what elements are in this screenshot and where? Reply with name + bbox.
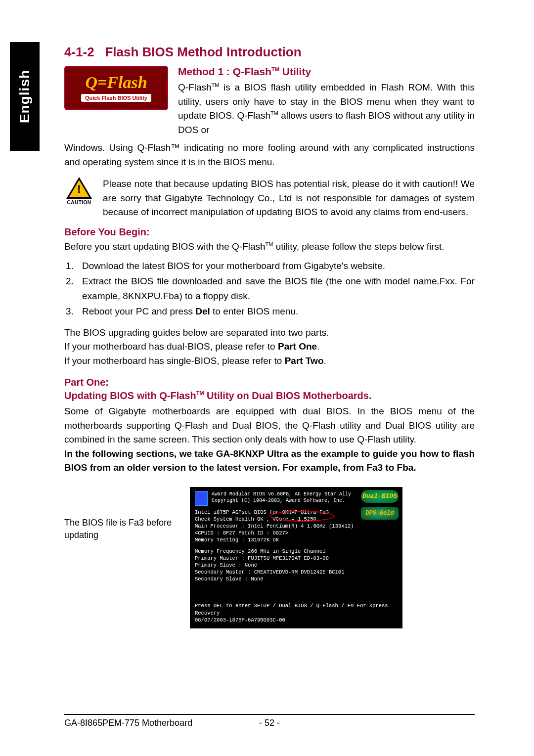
post-steps-3: If your motherboard has single-BIOS, ple… — [64, 354, 475, 368]
tm-mark: TM — [266, 241, 273, 247]
energy-star-icon — [195, 491, 208, 506]
method1-para-top: Q-FlashTM is a BIOS flash utility embedd… — [178, 81, 475, 137]
bios-line: Secondary Slave : None — [195, 576, 398, 582]
caution-label: CAUTION — [67, 200, 91, 205]
part-one-ref: Part One — [278, 341, 317, 352]
tm-mark: TM — [271, 66, 279, 72]
footer-page-number: - 52 - — [64, 718, 475, 728]
text: Q-Flash — [178, 82, 212, 92]
qflash-logo-main: Q=Flash — [85, 74, 147, 91]
tm-mark: TM — [270, 110, 278, 116]
tm-mark: TM — [196, 391, 204, 397]
method1-title: Method 1 : Q-FlashTM Utility — [178, 66, 475, 78]
steps-list: Download the latest BIOS for your mother… — [76, 259, 475, 319]
bios-line: Primary Slave : None — [195, 562, 398, 569]
bios-caption: The BIOS file is Fa3 before updating — [64, 487, 173, 541]
post-steps-1: The BIOS upgrading guides below are sepa… — [64, 326, 475, 340]
bios-line: Copyright (C) 1984-2003, Award Software,… — [212, 497, 351, 504]
section-heading: 4-1-2 Flash BIOS Method Introduction — [64, 44, 475, 60]
section-title-text: Flash BIOS Method Introduction — [105, 44, 301, 59]
part-one-heading: Part One: — [64, 377, 475, 388]
section-number: 4-1-2 — [64, 44, 94, 59]
part-one-subheading: Updating BIOS with Q-FlashTM Utility on … — [64, 390, 475, 401]
bios-line: Memory Testing : 131072K OK — [195, 536, 398, 543]
text: Updating BIOS with Q-Flash — [64, 390, 196, 401]
language-tab-label: English — [17, 70, 33, 123]
page-footer: GA-8I865PEM-775 Motherboard - 52 - — [64, 714, 475, 728]
language-tab: English — [10, 42, 40, 151]
text: utility, please follow the steps below f… — [273, 241, 444, 252]
method1-title-prefix: Method 1 : Q-Flash — [178, 66, 271, 77]
text: Utility on Dual BIOS Motherboards. — [204, 390, 372, 401]
method1-para-bottom: Windows. Using Q-Flash™ indicating no mo… — [64, 141, 475, 169]
bios-line: Main Processor : Intel Pentium(R) 4 1.6G… — [195, 523, 398, 530]
part-one-bold-note: In the following sections, we take GA-8K… — [64, 447, 475, 475]
bios-line: <CPUID : 0F27 Patch ID : 0027> — [195, 530, 398, 536]
text: If your motherboard has dual-BIOS, pleas… — [64, 341, 278, 352]
before-begin-heading: Before You Begin: — [64, 226, 475, 238]
bios-screenshot: Dual BIOS DPS Gold Award Modular BIOS v6… — [190, 487, 402, 628]
qflash-logo: Q=Flash Quick Flash BIOS Utility — [64, 66, 168, 110]
tm-mark: TM — [212, 82, 220, 88]
bios-line: Award Modular BIOS v6.00PG, An Energy St… — [212, 491, 351, 497]
qflash-logo-sub: Quick Flash BIOS Utility — [81, 94, 151, 102]
text: If your motherboard has single-BIOS, ple… — [64, 356, 285, 366]
caution-text: Please note that because updating BIOS h… — [103, 177, 475, 220]
bios-line: Memory Frequency 266 MHz in Single Chann… — [195, 548, 398, 555]
before-begin-intro: Before you start updating BIOS with the … — [64, 240, 475, 254]
dual-bios-badge: Dual BIOS — [361, 490, 399, 503]
method1-title-suffix: Utility — [279, 66, 311, 77]
step-item: Extract the BIOS file downloaded and sav… — [76, 274, 475, 303]
bios-line: Primary Master : FUJITSU MPE3170AT ED-03… — [195, 555, 398, 562]
part-two-ref: Part Two — [285, 356, 324, 366]
bios-header-text: Award Modular BIOS v6.00PG, An Energy St… — [212, 491, 351, 504]
bios-line: 08/07/2003-i875P-6A79BG03C-00 — [195, 617, 398, 623]
bios-line: Secondary Master : CREATIVEDVD-RM DVD124… — [195, 569, 398, 576]
step-item: Download the latest BIOS for your mother… — [76, 259, 475, 273]
part-one-para: Some of Gigabyte motherboards are equipp… — [64, 404, 475, 447]
post-steps-2: If your motherboard has dual-BIOS, pleas… — [64, 340, 475, 354]
step-item: Reboot your PC and press Del to enter BI… — [76, 304, 475, 318]
caution-icon: ! CAUTION — [64, 177, 94, 205]
text: Before you start updating BIOS with the … — [64, 241, 266, 252]
bios-line: Press DEL to enter SETUP / Dual BIOS / Q… — [195, 602, 398, 616]
dps-gold-badge: DPS Gold — [361, 507, 399, 520]
